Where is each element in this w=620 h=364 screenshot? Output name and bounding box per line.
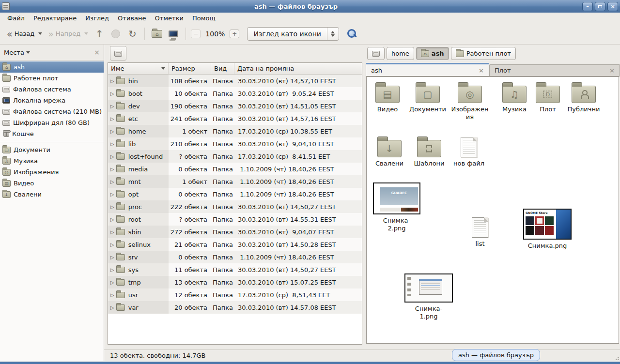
expander-icon[interactable]: ▷: [110, 179, 114, 184]
forward-button[interactable]: » Напред: [45, 28, 91, 40]
table-row[interactable]: ▷opt0 обектаПапка 1.10.2009 (чт) 18,40,2…: [108, 188, 362, 200]
table-row[interactable]: ▷selinux21 обектаПапка30.03.2010 (вт) 14…: [108, 238, 362, 251]
expander-icon[interactable]: ▷: [110, 267, 114, 273]
zoom-in-button[interactable]: +: [230, 30, 239, 38]
table-row[interactable]: ▷boot10 обектаПапка30.03.2010 (вт) 9,05,…: [108, 87, 362, 100]
expander-icon[interactable]: ▷: [110, 217, 114, 222]
folder-music[interactable]: ♫ Музика: [498, 82, 530, 113]
file-shot2[interactable]: GUADEC Снимка-2.png: [372, 182, 421, 233]
sidebar-item-filesystem-210mb[interactable]: Файлова система (210 MB): [0, 106, 104, 117]
sidebar-item-pictures[interactable]: ◎ Изображения: [0, 167, 104, 178]
stop-button[interactable]: [109, 27, 123, 41]
table-row[interactable]: ▷var20 обектаПапка30.03.2010 (вт) 14,57,…: [108, 301, 362, 314]
back-button[interactable]: « Назад: [4, 28, 45, 40]
expander-icon[interactable]: ▷: [110, 229, 114, 235]
expander-icon[interactable]: ▷: [110, 116, 114, 121]
path-ash-button[interactable]: ⌂ ash: [416, 47, 449, 60]
path-drive-button[interactable]: [367, 47, 385, 60]
folder-public[interactable]: Публични: [565, 82, 602, 113]
table-row[interactable]: ▷etc241 обектаПапка30.03.2010 (вт) 14,57…: [108, 112, 362, 125]
view-mode-select[interactable]: Изглед като икони: [247, 27, 339, 41]
table-row[interactable]: ▷sbin272 обектаПапка30.03.2010 (вт) 9,04…: [108, 226, 362, 238]
column-header-name[interactable]: Име: [108, 63, 169, 74]
column-header-size[interactable]: Размер: [169, 63, 211, 74]
table-row[interactable]: ▷lost+found? обектаПапка17.03.2010 (ср) …: [108, 150, 362, 163]
table-row[interactable]: ▷home1 обектПапка17.03.2010 (ср) 10,38,5…: [108, 125, 362, 137]
computer-button[interactable]: [167, 27, 180, 41]
sidebar-item-downloads[interactable]: ↓ Свалени: [0, 189, 104, 200]
table-row[interactable]: ▷media0 обектаПапка 1.10.2009 (чт) 18,40…: [108, 163, 362, 175]
menu-bookmarks[interactable]: Отметки: [150, 14, 187, 23]
expander-icon[interactable]: ▷: [110, 192, 114, 197]
table-row[interactable]: ▷lib210 обектаПапка30.03.2010 (вт) 9,04,…: [108, 137, 362, 150]
path-home-button[interactable]: home: [387, 47, 414, 60]
search-icon[interactable]: [347, 29, 357, 39]
close-button[interactable]: ×: [607, 2, 618, 11]
file-list[interactable]: list: [465, 215, 496, 248]
table-row[interactable]: ▷mnt1 обектПапка 1.10.2009 (чт) 18,40,26…: [108, 175, 362, 188]
column-header-date[interactable]: Дата на промяна: [234, 63, 362, 74]
up-button[interactable]: ↑: [93, 27, 106, 41]
sidebar-item-music[interactable]: ♫ Музика: [0, 155, 104, 167]
menu-go[interactable]: Отиване: [113, 14, 150, 23]
tab-desktop[interactable]: Плот ×: [489, 64, 620, 76]
menu-view[interactable]: Изглед: [81, 14, 113, 23]
minimize-button[interactable]: –: [582, 2, 593, 11]
sidebar-item-encrypted[interactable]: Шифриран дял (80 GB): [0, 117, 104, 128]
folder-templates[interactable]: Шаблони: [413, 136, 445, 167]
expander-icon[interactable]: ▷: [110, 129, 114, 134]
table-row[interactable]: ▷root? обектаПапка30.03.2010 (вт) 14,55,…: [108, 213, 362, 226]
sidebar-title-select[interactable]: Места: [4, 49, 30, 56]
expander-icon[interactable]: ▷: [110, 78, 114, 84]
table-row[interactable]: ▷tmp13 обектаПапка30.03.2010 (вт) 15,07,…: [108, 276, 362, 288]
expander-icon[interactable]: ▷: [110, 305, 114, 310]
sidebar-close-icon[interactable]: ×: [94, 48, 100, 56]
path-desktop-button[interactable]: Работен плот: [451, 47, 516, 60]
sidebar-item-video[interactable]: ▤ Видео: [0, 178, 104, 189]
view-mode-spinner[interactable]: [327, 28, 339, 40]
folder-desktop[interactable]: D Плот: [534, 82, 561, 113]
sidebar-item-documents[interactable]: ▢ Документи: [0, 144, 104, 155]
table-row[interactable]: ▷bin108 обектаПапка30.03.2010 (вт) 14,57…: [108, 75, 362, 87]
tab-ash[interactable]: ash ×: [366, 63, 489, 76]
expander-icon[interactable]: ▷: [110, 292, 114, 298]
expander-icon[interactable]: ▷: [110, 255, 114, 260]
expander-icon[interactable]: ▷: [110, 167, 114, 172]
resize-grip[interactable]: [618, 359, 619, 360]
folder-documents[interactable]: ▢ Документи: [407, 82, 448, 113]
folder-pictures[interactable]: ◎ Изображения: [451, 82, 489, 121]
table-row[interactable]: ▷usr12 обектаПапка17.03.2010 (ср) 8,51,4…: [108, 288, 362, 301]
menu-edit[interactable]: Редактиране: [29, 14, 81, 23]
file-shot[interactable]: GNOME Store Снимка.png: [522, 209, 573, 250]
sidebar-item-desktop[interactable]: Работен плот: [0, 73, 104, 84]
home-button[interactable]: ⌂: [150, 27, 164, 41]
zoom-out-button[interactable]: −: [191, 30, 201, 38]
menu-file[interactable]: Файл: [3, 14, 29, 23]
reload-button[interactable]: ↻: [125, 27, 139, 41]
table-row[interactable]: ▷dev190 обектаПапка30.03.2010 (вт) 14,51…: [108, 100, 362, 112]
sidebar-item-home[interactable]: ⌂ ash: [0, 61, 104, 73]
file-shot1[interactable]: Снимка-1.png: [403, 273, 454, 321]
table-row[interactable]: ▷sys11 обектаПапка30.03.2010 (вт) 14,50,…: [108, 263, 362, 276]
table-row[interactable]: ▷proc222 обектаПапка30.03.2010 (вт) 14,5…: [108, 200, 362, 213]
sidebar-item-network[interactable]: Локална мрежа: [0, 95, 104, 106]
expander-icon[interactable]: ▷: [110, 104, 114, 109]
tab-close-icon[interactable]: ×: [479, 67, 484, 74]
expander-icon[interactable]: ▷: [110, 242, 114, 247]
table-row[interactable]: ▷srv0 обектаПапка 1.10.2009 (чт) 18,40,2…: [108, 251, 362, 263]
column-header-type[interactable]: Вид: [211, 63, 234, 74]
expander-icon[interactable]: ▷: [110, 280, 114, 285]
expander-icon[interactable]: ▷: [110, 91, 114, 96]
sidebar-item-trash[interactable]: Кошче: [0, 128, 104, 139]
expander-icon[interactable]: ▷: [110, 141, 114, 147]
tab-close-icon[interactable]: ×: [609, 67, 615, 74]
forward-dropdown-icon[interactable]: [84, 32, 88, 35]
expander-icon[interactable]: ▷: [110, 154, 114, 159]
folder-video[interactable]: ▤ Видео: [370, 82, 405, 113]
expander-icon[interactable]: ▷: [110, 204, 114, 210]
maximize-button[interactable]: [595, 2, 605, 11]
folder-downloads[interactable]: ↓ Свалени: [373, 136, 405, 167]
back-dropdown-icon[interactable]: [38, 32, 42, 35]
file-newfile[interactable]: нов файл: [453, 135, 485, 167]
menu-help[interactable]: Помощ: [188, 14, 220, 23]
